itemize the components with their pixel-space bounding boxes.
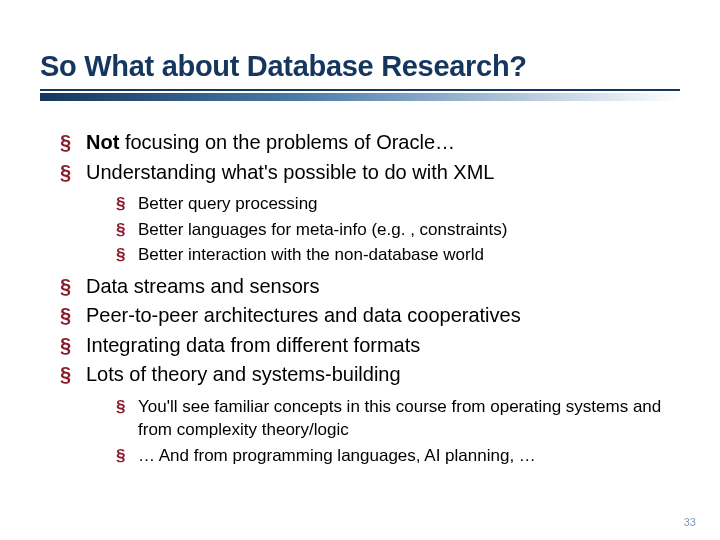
list-item: Better languages for meta-info (e.g. , c… (116, 218, 680, 241)
list-item: You'll see familiar concepts in this cou… (116, 395, 680, 442)
bullet-text: Better query processing (138, 194, 318, 213)
list-item: Understanding what's possible to do with… (60, 159, 680, 267)
bullet-text: Better interaction with the non-database… (138, 245, 484, 264)
list-item: Peer-to-peer architectures and data coop… (60, 302, 680, 330)
bullet-list-level2: Better query processing Better languages… (86, 192, 680, 266)
bullet-text: … And from programming languages, AI pla… (138, 446, 536, 465)
list-item: Not focusing on the problems of Oracle… (60, 129, 680, 157)
list-item: Data streams and sensors (60, 273, 680, 301)
bullet-text: Integrating data from different formats (86, 334, 420, 356)
title-underline (40, 89, 680, 101)
bullet-text: Data streams and sensors (86, 275, 319, 297)
rule-gradient (40, 93, 680, 101)
slide-title: So What about Database Research? (40, 50, 680, 83)
list-item: … And from programming languages, AI pla… (116, 444, 680, 467)
bullet-text: Lots of theory and systems-building (86, 363, 401, 385)
list-item: Better query processing (116, 192, 680, 215)
page-number: 33 (684, 516, 696, 528)
bullet-text: focusing on the problems of Oracle… (119, 131, 455, 153)
bullet-text: Better languages for meta-info (e.g. , c… (138, 220, 507, 239)
bullet-text: Understanding what's possible to do with… (86, 161, 495, 183)
bullet-list-level1: Not focusing on the problems of Oracle… … (40, 129, 680, 467)
bullet-bold-text: Not (86, 131, 119, 153)
list-item: Lots of theory and systems-building You'… (60, 361, 680, 467)
bullet-text: Peer-to-peer architectures and data coop… (86, 304, 521, 326)
bullet-list-level2: You'll see familiar concepts in this cou… (86, 395, 680, 467)
rule-thin (40, 89, 680, 91)
list-item: Better interaction with the non-database… (116, 243, 680, 266)
bullet-text: You'll see familiar concepts in this cou… (138, 397, 661, 439)
list-item: Integrating data from different formats (60, 332, 680, 360)
